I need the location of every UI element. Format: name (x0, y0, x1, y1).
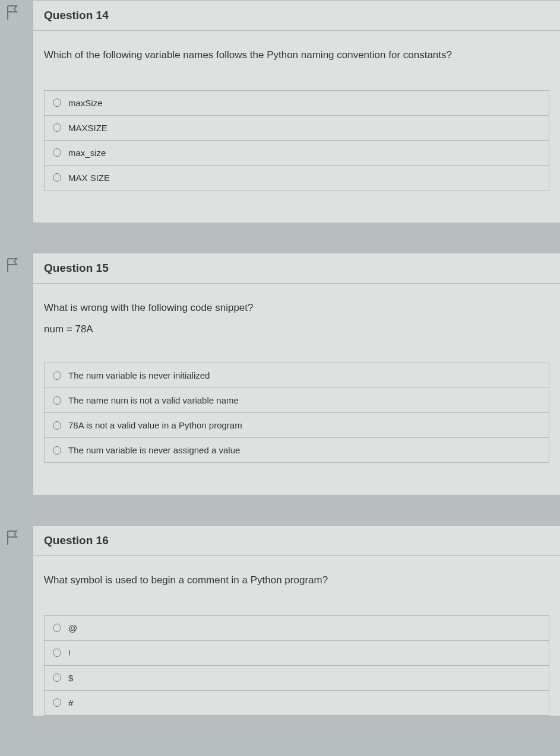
option-text: The name num is not a valid variable nam… (68, 395, 239, 405)
option-row[interactable]: MAX SIZE (45, 166, 549, 190)
option-text: maxSize (68, 98, 103, 108)
radio-icon (53, 624, 61, 632)
options-list: maxSize MAXSIZE max_size MAX SIZE (44, 90, 549, 190)
flag-column (0, 525, 33, 548)
option-text: The num variable is never assigned a val… (68, 445, 240, 455)
option-text: # (68, 698, 73, 708)
radio-icon (53, 446, 61, 455)
question-header: Question 15 (33, 253, 560, 284)
options-list: @ ! $ # (44, 615, 549, 716)
option-text: 78A is not a valid value in a Python pro… (68, 420, 242, 430)
question-body: What symbol is used to begin a comment i… (33, 556, 560, 607)
options-list: The num variable is never initialized Th… (44, 363, 549, 463)
question-body: Which of the following variable names fo… (33, 31, 560, 82)
question-prompt: Which of the following variable names fo… (44, 47, 549, 63)
flag-icon[interactable] (6, 258, 19, 273)
option-text: max_size (68, 148, 106, 158)
option-text: MAX SIZE (68, 173, 110, 183)
option-text: $ (68, 673, 73, 683)
question-content: Question 16 What symbol is used to begin… (33, 525, 560, 716)
radio-icon (53, 396, 61, 405)
option-row[interactable]: ! (45, 641, 549, 666)
radio-icon (53, 674, 61, 682)
option-text: The num variable is never initialized (68, 370, 210, 380)
option-row[interactable]: The name num is not a valid variable nam… (45, 388, 549, 413)
option-row[interactable]: The num variable is never assigned a val… (45, 438, 549, 463)
radio-icon (53, 99, 61, 107)
question-prompt: What symbol is used to begin a comment i… (44, 573, 549, 588)
question-title: Question 15 (44, 262, 549, 275)
flag-icon[interactable] (6, 530, 19, 545)
radio-icon (53, 698, 61, 707)
option-text: MAXSIZE (68, 123, 107, 133)
option-text: ! (68, 648, 71, 658)
option-row[interactable]: maxSize (45, 91, 549, 116)
option-row[interactable]: max_size (45, 141, 549, 166)
option-row[interactable]: # (45, 691, 549, 716)
flag-icon[interactable] (6, 5, 19, 20)
question-content: Question 15 What is wrong with the follo… (33, 253, 560, 496)
option-row[interactable]: 78A is not a valid value in a Python pro… (45, 413, 549, 438)
option-text: @ (68, 623, 77, 633)
question-block: Question 14 Which of the following varia… (0, 0, 560, 223)
radio-icon (53, 148, 61, 157)
question-header: Question 14 (33, 1, 560, 31)
question-block: Question 16 What symbol is used to begin… (0, 525, 560, 716)
radio-icon (53, 649, 61, 657)
option-row[interactable]: $ (45, 666, 549, 691)
radio-icon (53, 421, 61, 430)
flag-column (0, 253, 33, 275)
option-row[interactable]: MAXSIZE (45, 116, 549, 141)
option-row[interactable]: The num variable is never initialized (45, 363, 549, 388)
question-body: What is wrong with the following code sn… (33, 284, 560, 355)
flag-column (0, 0, 33, 23)
radio-icon (53, 371, 61, 380)
radio-icon (53, 123, 61, 132)
question-block: Question 15 What is wrong with the follo… (0, 253, 560, 496)
question-prompt: What is wrong with the following code sn… (44, 300, 549, 316)
question-header: Question 16 (33, 526, 560, 556)
code-snippet: num = 78A (44, 323, 549, 335)
question-content: Question 14 Which of the following varia… (33, 0, 560, 223)
option-row[interactable]: @ (45, 616, 549, 641)
question-title: Question 16 (44, 534, 549, 547)
radio-icon (53, 173, 61, 182)
question-title: Question 14 (44, 9, 549, 22)
